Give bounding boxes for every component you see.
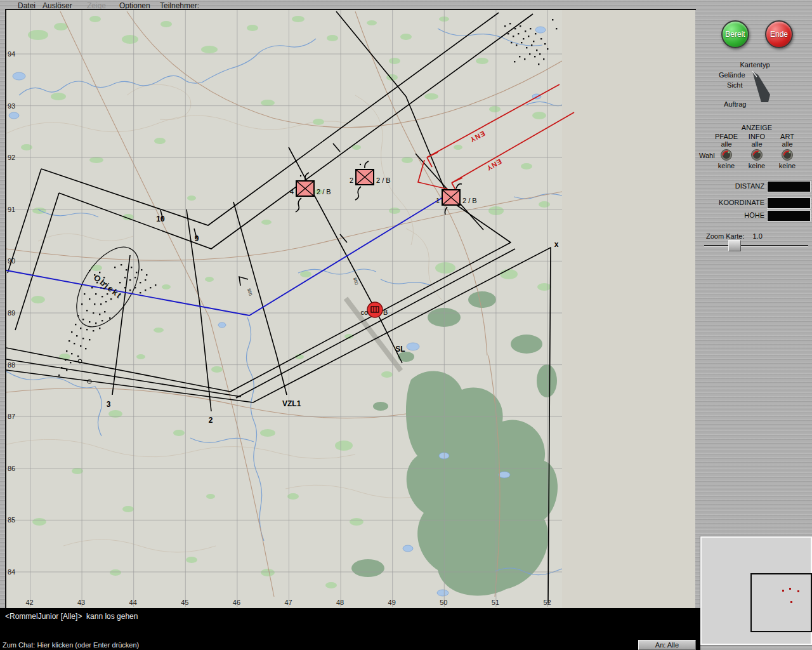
pfade-alle-label: alle [709,140,743,148]
svg-text:90: 90 [8,257,15,265]
zoom-value: 1.0 [753,232,763,240]
height-label: HÖHE [698,211,764,219]
minimap-unit-dot [782,590,784,592]
svg-text:42: 42 [25,599,33,606]
chat-input-bar[interactable]: Zum Chat: Hier klicken (oder Enter drück… [0,640,638,650]
minimap-unit-dot [797,590,799,592]
chat-prompt: Zum Chat: Hier klicken (oder Enter drück… [3,641,139,649]
svg-text:93: 93 [8,102,15,110]
svg-text:92: 92 [8,154,15,161]
map-void-area [562,10,695,608]
art-keine-label: keine [770,162,804,169]
svg-text:45: 45 [181,599,188,606]
svg-text:52: 52 [543,599,551,606]
terrain-label[interactable]: Gelände [719,71,745,79]
hq-left-label: co [360,308,368,316]
svg-text:46: 46 [233,599,240,606]
unit-id: 1 [436,197,440,204]
chat-message: <RommelJunior [Alle]> kann los gehen [5,612,138,621]
info-label: INFO [740,133,774,140]
chat-log[interactable]: <RommelJunior [Alle]> kann los gehen [0,608,700,640]
chat-bar-filler [696,640,700,650]
mission-label[interactable]: Auftrag [724,100,746,108]
pfade-column: PFADE alle keine [709,133,743,169]
svg-text:89: 89 [8,309,15,317]
coordinate-label: KOORDINATE [698,199,764,206]
unit-designation: 2 / B [317,188,331,196]
svg-text:85: 85 [8,516,15,524]
svg-text:87: 87 [8,413,15,420]
route-label-9: 9 [195,234,199,243]
info-knob[interactable] [751,149,763,161]
info-keine-label: keine [740,162,774,169]
art-knob[interactable] [782,149,793,161]
application-window: Datei Auslöser Zeige Optionen Teilnehmer… [0,0,812,650]
anzeige-title: ANZEIGE [735,124,779,131]
end-button[interactable]: Ende [765,20,793,48]
unit-id: 2 [350,176,353,184]
svg-text:84: 84 [8,568,15,576]
pfade-keine-label: keine [709,162,743,169]
info-column: INFO alle keine [740,133,774,169]
view-label[interactable]: Sicht [727,81,742,89]
maptype-label[interactable]: Kartentyp [730,61,780,69]
pfade-knob[interactable] [721,149,732,161]
distance-field [767,181,811,192]
chat-recipient-button[interactable]: An: Alle [638,640,696,650]
distance-label: DISTANZ [698,182,764,190]
minimap-unit-dot [789,588,791,590]
svg-text:50: 50 [440,599,447,606]
hq-right-label: B [383,308,388,316]
zoom-row: Zoom Karte: 1.0 [706,232,763,240]
height-field [767,210,811,222]
route-label-2: 2 [209,416,213,425]
x-marker: x [554,240,559,249]
info-alle-label: alle [740,140,774,148]
art-alle-label: alle [770,140,804,148]
svg-text:47: 47 [284,599,292,606]
route-label-10: 10 [156,215,165,223]
pointer-pen-icon [750,70,774,105]
map-view[interactable]: ENY ENY 4 2 / B 2 2 / B 1 [6,10,695,608]
svg-text:44: 44 [129,599,137,606]
slider-track [704,245,808,247]
vzl1-label: VZL1 [282,399,301,408]
overview-minimap[interactable] [700,536,812,645]
coordinate-field [767,197,811,209]
svg-text:51: 51 [492,599,499,606]
unit-designation: 2 / B [376,176,391,184]
zoom-label: Zoom Karte: [706,232,745,240]
pfade-label: PFADE [709,133,743,140]
svg-text:94: 94 [8,50,15,58]
svg-text:43: 43 [77,599,85,606]
art-column: ART alle keine [770,133,804,169]
sl-label: SL [395,345,405,354]
svg-text:91: 91 [8,206,15,213]
svg-text:49: 49 [388,599,396,606]
svg-text:48: 48 [336,599,344,606]
minimap-viewport-rect[interactable] [750,573,812,632]
map-zoom-slider[interactable] [704,240,808,251]
svg-text:86: 86 [8,465,15,472]
svg-text:88: 88 [8,361,15,369]
minimap-unit-dot [790,601,792,603]
slider-handle[interactable] [728,240,741,251]
route-label-3: 3 [107,400,111,409]
unit-designation: 2 / B [462,197,477,204]
unit-id: 4 [290,188,294,196]
art-label: ART [770,133,804,140]
ready-button[interactable]: Bereit [721,20,749,48]
